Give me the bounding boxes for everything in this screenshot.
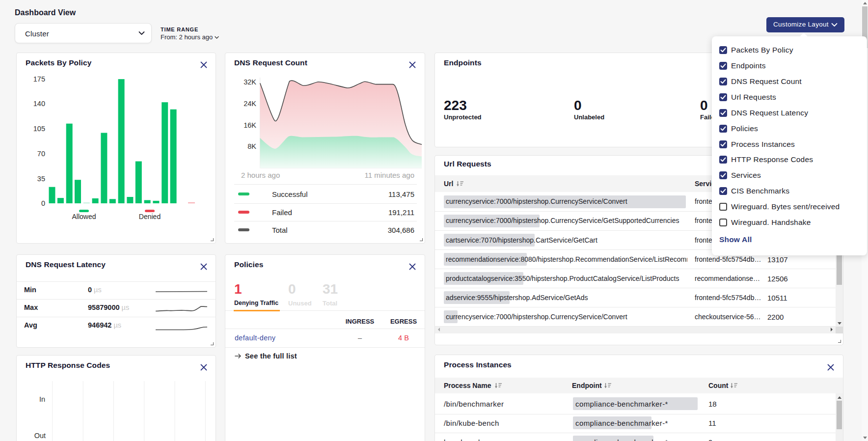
svg-text:175: 175 bbox=[33, 75, 45, 83]
svg-text:35: 35 bbox=[37, 175, 45, 183]
svg-text:24K: 24K bbox=[244, 100, 256, 108]
svg-text:Allowed: Allowed bbox=[72, 213, 96, 220]
svg-text:105: 105 bbox=[33, 125, 45, 133]
svg-text:140: 140 bbox=[33, 100, 45, 108]
svg-text:0: 0 bbox=[41, 199, 45, 207]
svg-text:32K: 32K bbox=[244, 78, 256, 86]
svg-text:2 hours ago: 2 hours ago bbox=[241, 171, 280, 179]
svg-text:In: In bbox=[39, 395, 45, 403]
svg-text:Denied: Denied bbox=[139, 213, 161, 220]
svg-text:11 minutes ago: 11 minutes ago bbox=[365, 171, 414, 179]
svg-text:16K: 16K bbox=[244, 121, 256, 129]
svg-text:70: 70 bbox=[37, 150, 45, 158]
svg-text:Out: Out bbox=[34, 432, 46, 440]
svg-text:8K: 8K bbox=[247, 142, 256, 150]
